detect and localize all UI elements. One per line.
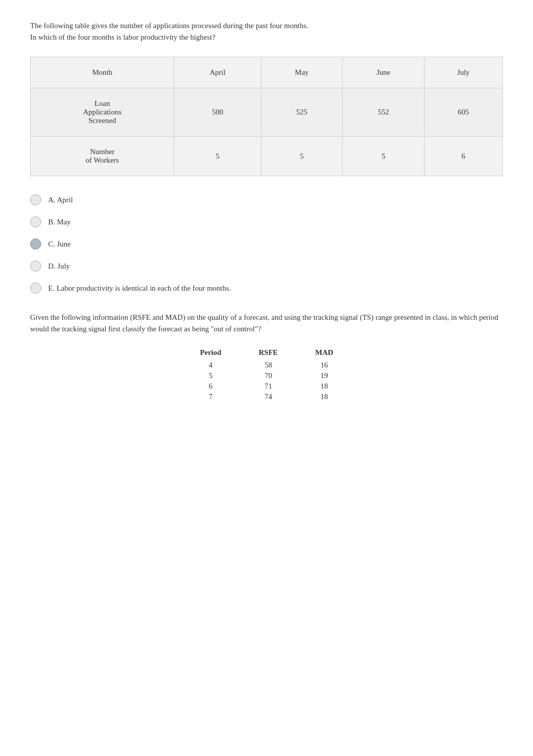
table-row-label: LoanApplicationsScreened [31, 88, 174, 137]
choice-item-c[interactable]: C. June [30, 238, 503, 249]
choice-radio-a [30, 194, 41, 205]
choice-item-b[interactable]: B. May [30, 216, 503, 227]
table-row-label: Numberof Workers [31, 137, 174, 176]
table-cell: 5 [343, 137, 425, 176]
second-table-cell: 5 [181, 370, 240, 381]
intro-line1: The following table gives the number of … [30, 20, 503, 32]
table-cell: 605 [424, 88, 502, 137]
second-table-header: RSFE [240, 346, 297, 360]
second-table-cell: 7 [181, 392, 240, 402]
choice-item-d[interactable]: D. July [30, 261, 503, 272]
second-table-cell: 19 [297, 370, 352, 381]
table-header-cell: June [343, 57, 425, 88]
choice-radio-d [30, 261, 41, 272]
table-cell: 6 [424, 137, 502, 176]
choice-radio-b [30, 216, 41, 227]
second-table-cell: 71 [240, 381, 297, 392]
table-cell: 5 [261, 137, 343, 176]
table-header-cell: May [261, 57, 343, 88]
table-cell: 525 [261, 88, 343, 137]
table-header-cell: April [174, 57, 261, 88]
table-header-cell: July [424, 57, 502, 88]
table-cell: 552 [343, 88, 425, 137]
choice-label-b: B. May [48, 218, 71, 226]
second-table-cell: 74 [240, 392, 297, 402]
table-cell: 5 [174, 137, 261, 176]
choice-radio-c [30, 238, 41, 249]
answer-choices: A. AprilB. MayC. JuneD. JulyE. Labor pro… [30, 194, 503, 294]
choice-label-a: A. April [48, 196, 73, 204]
choice-item-e[interactable]: E. Labor productivity is identical in ea… [30, 283, 503, 294]
second-table-cell: 18 [297, 381, 352, 392]
choice-radio-e [30, 283, 41, 294]
intro-paragraph: The following table gives the number of … [30, 20, 503, 43]
choice-label-d: D. July [48, 262, 70, 271]
second-table-header: MAD [297, 346, 352, 360]
second-table-cell: 4 [181, 360, 240, 370]
table-cell: 500 [174, 88, 261, 137]
second-table: PeriodRSFEMAD 45816570196711877418 [181, 346, 352, 402]
second-table-cell: 58 [240, 360, 297, 370]
intro-line2: In which of the four months is labor pro… [30, 32, 503, 43]
second-table-header: Period [181, 346, 240, 360]
table-header-cell: Month [31, 57, 174, 88]
second-table-cell: 16 [297, 360, 352, 370]
choice-label-e: E. Labor productivity is identical in ea… [48, 284, 231, 293]
main-table: MonthAprilMayJuneJulyLoanApplicationsScr… [30, 57, 503, 176]
second-table-cell: 70 [240, 370, 297, 381]
choice-label-c: C. June [48, 240, 71, 248]
second-table-cell: 6 [181, 381, 240, 392]
choice-item-a[interactable]: A. April [30, 194, 503, 205]
second-question-text: Given the following information (RSFE an… [30, 312, 503, 334]
second-table-cell: 18 [297, 392, 352, 402]
